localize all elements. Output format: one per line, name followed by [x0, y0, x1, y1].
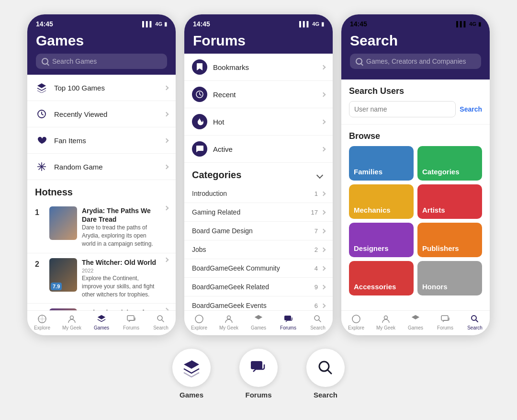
tab-explore-forums[interactable]: Explore — [184, 314, 214, 330]
search-search-bar[interactable]: Games, Creators and Companies — [350, 54, 481, 69]
tab-mygeek-forums[interactable]: My Geek — [214, 314, 244, 330]
cat-bggevents[interactable]: BoardGameGeek Events 6 — [184, 296, 333, 310]
svg-point-10 — [195, 315, 203, 323]
browse-title: Browse — [349, 131, 482, 141]
game-item-2[interactable]: 2 7.9 The Witcher: Old World 2022 Explor… — [27, 253, 176, 304]
forum-bookmarks[interactable]: Bookmarks — [184, 54, 333, 81]
menu-item-random[interactable]: Random Game — [27, 154, 176, 180]
cat-introduction[interactable]: Introduction 1 — [184, 184, 333, 203]
tile-categories[interactable]: Categories — [417, 146, 482, 181]
tab-games-games[interactable]: Games — [87, 314, 116, 330]
search-user-button[interactable]: Search — [460, 105, 482, 113]
tab-explore-games[interactable]: Explore — [27, 314, 57, 330]
tab-label-forums-forums: Forums — [280, 325, 296, 330]
search-tab-bar: Explore My Geek Games Forums — [341, 310, 490, 335]
signal-games: ▌▌▌ — [142, 21, 153, 27]
game-desc-2: Explore the Continent, improve your skil… — [82, 274, 160, 298]
chevron-game-2 — [164, 257, 169, 262]
fan-label: Fan Items — [54, 136, 165, 145]
rank-1: 1 — [35, 208, 45, 217]
cat-bggcommunity[interactable]: BoardGameGeek Community 4 — [184, 259, 333, 278]
tab-forums-games[interactable]: Forums — [116, 314, 146, 330]
tab-search-games[interactable]: Search — [146, 314, 176, 330]
tile-families[interactable]: Families — [349, 146, 414, 181]
games-icon-games — [96, 314, 107, 324]
cat-boardgamedesign[interactable]: Board Game Design 7 — [184, 222, 333, 240]
tile-publishers[interactable]: Publishers — [417, 223, 482, 257]
bottom-icons-row: Games Forums Search — [172, 349, 345, 399]
hot-label: Hot — [213, 118, 322, 126]
categories-header: Categories — [184, 163, 333, 184]
network-forums: 4G — [312, 21, 319, 27]
tile-label-categories: Categories — [422, 168, 460, 176]
tile-label-artists: Artists — [422, 206, 445, 214]
heart-icon-fan — [35, 134, 48, 147]
cat-name-5: BoardGameGeek Related — [192, 283, 315, 291]
tile-honors[interactable]: Honors — [417, 261, 482, 295]
forum-recent[interactable]: Recent — [184, 81, 333, 108]
tab-search-forums[interactable]: Search — [303, 314, 333, 330]
tab-forums-search[interactable]: Forums — [430, 314, 460, 330]
clock-icon-recently — [35, 107, 48, 121]
games-search-bar[interactable]: Search Games — [36, 54, 167, 69]
cat-jobs[interactable]: Jobs 2 — [184, 240, 333, 259]
forums-circle-icon — [239, 349, 278, 387]
chevron-random — [164, 164, 169, 169]
forum-hot[interactable]: Hot — [184, 108, 333, 136]
games-tab-bar: Explore My Geek Games Forums — [27, 310, 176, 335]
forums-tab-bar: Explore My Geek Games — [184, 310, 333, 335]
cat-bggrelated[interactable]: BoardGameGeek Related 9 — [184, 278, 333, 296]
menu-item-top100[interactable]: Top 100 Games — [27, 75, 176, 101]
chevron-cat-4 — [321, 266, 326, 271]
tab-mygeek-search[interactable]: My Geek — [371, 314, 401, 330]
menu-item-recently[interactable]: Recently Viewed — [27, 101, 176, 127]
cat-gaming[interactable]: Gaming Related 17 — [184, 203, 333, 222]
tab-games-search[interactable]: Games — [401, 314, 430, 330]
chevron-cat-6 — [321, 303, 326, 308]
search-users-title: Search Users — [349, 86, 482, 96]
tab-label-mygeek-search: My Geek — [376, 325, 395, 330]
chevron-cat-1 — [321, 210, 326, 215]
tile-label-accessories: Accessories — [354, 283, 396, 291]
top100-label: Top 100 Games — [54, 84, 165, 92]
hot-icon-forums — [192, 114, 207, 129]
svg-point-15 — [384, 316, 388, 319]
tile-label-families: Families — [354, 168, 382, 176]
menu-item-fan[interactable]: Fan Items — [27, 127, 176, 154]
tile-accessories[interactable]: Accessories — [349, 261, 414, 295]
tab-games-forums[interactable]: Games — [244, 314, 273, 330]
bottom-icon-search: Search — [306, 349, 345, 399]
chevron-bookmarks — [321, 65, 326, 69]
chevron-active — [321, 147, 326, 151]
active-label: Active — [213, 145, 322, 153]
tab-label-mygeek-games: My Geek — [62, 325, 81, 330]
tab-explore-search[interactable]: Explore — [341, 314, 371, 330]
forums-icon-forums — [283, 314, 293, 324]
search-users-section: Search Users Search — [341, 79, 490, 125]
tab-search-search[interactable]: Search — [460, 314, 490, 330]
tile-designers[interactable]: Designers — [349, 223, 414, 257]
explore-icon-forums — [194, 314, 204, 324]
chevron-hot — [321, 119, 326, 124]
tab-label-games-search: Games — [408, 325, 423, 330]
chevron-recently — [164, 112, 169, 116]
tab-label-search-forums: Search — [310, 325, 326, 330]
forum-active[interactable]: Active — [184, 136, 333, 163]
game-item-1[interactable]: 1 Arydia: The Paths We Dare Tread Dare t… — [27, 202, 176, 253]
clock-icon-forums — [192, 87, 207, 102]
username-input[interactable] — [349, 101, 456, 117]
forums-header: 14:45 ▌▌▌ 4G ▮ Forums — [184, 14, 333, 54]
chevron-recent — [321, 92, 326, 97]
game-info-1: Arydia: The Paths We Dare Tread Dare to … — [82, 206, 160, 248]
status-icons-search: ▌▌▌ 4G ▮ — [456, 21, 481, 27]
game-item-3[interactable]: 3 8.1 Oath: Chronicles of Empire and Exi… — [27, 304, 176, 310]
bookmarks-label: Bookmarks — [213, 63, 322, 71]
tile-mechanics[interactable]: Mechanics — [349, 184, 414, 219]
search-search-placeholder: Games, Creators and Companies — [366, 57, 466, 65]
cat-name-6: BoardGameGeek Events — [192, 302, 315, 309]
tile-artists[interactable]: Artists — [417, 184, 482, 219]
tab-mygeek-games[interactable]: My Geek — [57, 314, 87, 330]
games-title: Games — [36, 33, 167, 49]
battery-search: ▮ — [478, 21, 481, 27]
tab-forums-forums[interactable]: Forums — [273, 314, 303, 330]
